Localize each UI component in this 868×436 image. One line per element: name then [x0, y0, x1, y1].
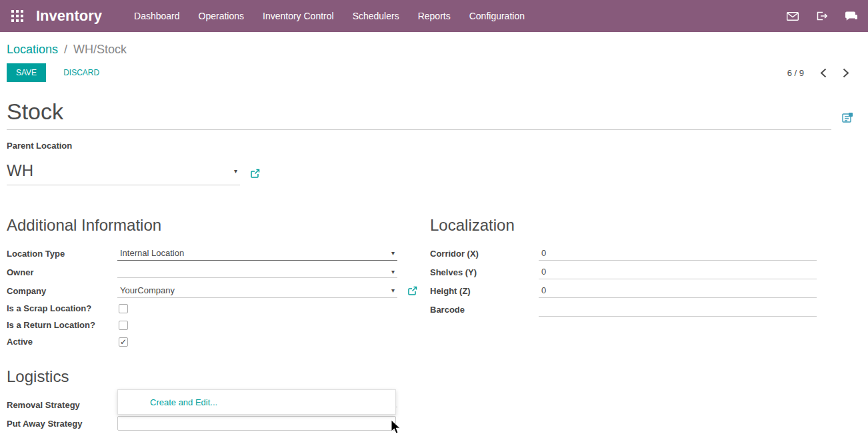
- messages-envelope-icon[interactable]: [787, 12, 799, 21]
- owner-select[interactable]: ▾: [117, 266, 397, 278]
- breadcrumb-current: WH/Stock: [73, 43, 127, 56]
- shelves-label: Shelves (Y): [430, 267, 539, 277]
- parent-location-external-link-icon[interactable]: [251, 169, 260, 178]
- field-row-height: Height (Z) 0: [430, 281, 861, 300]
- localization-group: Localization Corridor (X) 0 Shelves (Y) …: [430, 216, 861, 350]
- chat-icon[interactable]: [845, 11, 857, 21]
- field-row-putaway-strategy: Put Away Strategy: [7, 414, 861, 433]
- menu-item-operations[interactable]: Operations: [189, 0, 253, 32]
- scrap-location-label: Is a Scrap Location?: [7, 303, 117, 313]
- breadcrumb-separator: /: [61, 43, 70, 56]
- navbar-right-icons: [787, 11, 860, 21]
- putaway-strategy-input[interactable]: [117, 416, 396, 431]
- apps-grid-icon[interactable]: [8, 7, 27, 25]
- logout-icon[interactable]: [816, 11, 827, 21]
- main-menu: Dashboard Operations Inventory Control S…: [125, 0, 534, 32]
- chevron-down-icon: ▾: [234, 167, 237, 175]
- parent-location-value: WH: [7, 161, 33, 180]
- barcode-label: Barcode: [430, 305, 539, 315]
- menu-item-configuration[interactable]: Configuration: [460, 0, 534, 32]
- owner-label: Owner: [7, 267, 117, 277]
- return-location-checkbox[interactable]: [119, 321, 128, 330]
- height-label: Height (Z): [430, 286, 539, 296]
- additional-information-heading: Additional Information: [7, 216, 430, 235]
- shelves-input[interactable]: 0: [539, 265, 817, 279]
- location-type-label: Location Type: [7, 249, 117, 259]
- active-checkbox[interactable]: ✓: [119, 337, 128, 347]
- scrap-location-checkbox[interactable]: [119, 304, 128, 313]
- pager-next-button[interactable]: [843, 68, 849, 78]
- height-input[interactable]: 0: [539, 283, 817, 298]
- location-type-value: Internal Location: [120, 248, 184, 258]
- location-type-select[interactable]: Internal Location ▾: [117, 246, 397, 261]
- field-row-company: Company YourCompany ▾: [7, 281, 430, 300]
- menu-item-schedulers[interactable]: Schedulers: [343, 0, 409, 32]
- menu-item-reports[interactable]: Reports: [409, 0, 460, 32]
- discard-button[interactable]: DISCARD: [63, 68, 99, 77]
- active-label: Active: [7, 337, 117, 347]
- company-value: YourCompany: [120, 285, 175, 295]
- field-row-scrap: Is a Scrap Location?: [7, 300, 430, 317]
- removal-strategy-label: Removal Strategy: [7, 400, 117, 410]
- menu-item-dashboard[interactable]: Dashboard: [125, 0, 189, 32]
- menu-item-inventory-control[interactable]: Inventory Control: [253, 0, 343, 32]
- field-row-corridor: Corridor (X) 0: [430, 244, 861, 263]
- create-and-edit-option[interactable]: Create and Edit...: [118, 397, 217, 407]
- field-row-barcode: Barcode: [430, 300, 861, 319]
- field-row-owner: Owner ▾: [7, 263, 430, 281]
- chevron-down-icon: ▾: [391, 268, 395, 275]
- corridor-input[interactable]: 0: [539, 246, 817, 261]
- field-row-location-type: Location Type Internal Location ▾: [7, 244, 430, 263]
- pager-count: 6 / 9: [787, 68, 804, 78]
- chevron-down-icon: ▾: [391, 287, 395, 294]
- pager-previous-button[interactable]: [820, 68, 827, 78]
- top-navbar: Inventory Dashboard Operations Inventory…: [0, 0, 868, 32]
- return-location-label: Is a Return Location?: [7, 320, 117, 330]
- action-bar: SAVE DISCARD 6 / 9: [0, 57, 868, 82]
- chevron-down-icon: ▾: [391, 249, 395, 257]
- parent-location-select[interactable]: WH ▾: [7, 161, 240, 185]
- save-button[interactable]: SAVE: [7, 63, 46, 82]
- localization-heading: Localization: [430, 216, 861, 235]
- company-external-link-icon[interactable]: [408, 286, 417, 295]
- barcode-input[interactable]: [539, 302, 817, 317]
- putaway-strategy-label: Put Away Strategy: [7, 419, 117, 429]
- corridor-label: Corridor (X): [430, 249, 539, 259]
- company-select[interactable]: YourCompany ▾: [117, 283, 397, 298]
- form-columns: Additional Information Location Type Int…: [0, 216, 868, 350]
- breadcrumb-locations-link[interactable]: Locations: [7, 43, 58, 56]
- field-row-active: Active ✓: [7, 333, 430, 350]
- record-pager: 6 / 9: [787, 68, 861, 78]
- company-label: Company: [7, 286, 117, 296]
- logistics-heading: Logistics: [7, 367, 861, 386]
- parent-location-label: Parent Location: [7, 141, 861, 151]
- field-row-shelves: Shelves (Y) 0: [430, 263, 861, 281]
- form-sheet: Stock Parent Location WH ▾: [0, 99, 868, 185]
- record-title-input[interactable]: Stock: [7, 99, 831, 130]
- field-row-return: Is a Return Location?: [7, 317, 430, 333]
- additional-information-group: Additional Information Location Type Int…: [7, 216, 430, 350]
- logistics-group: Logistics Removal Strategy Put Away Stra…: [0, 367, 868, 433]
- autocomplete-dropdown: Create and Edit...: [117, 389, 396, 415]
- breadcrumb: Locations / WH/Stock: [0, 32, 868, 57]
- app-title[interactable]: Inventory: [36, 7, 102, 25]
- translate-icon[interactable]: [842, 112, 853, 126]
